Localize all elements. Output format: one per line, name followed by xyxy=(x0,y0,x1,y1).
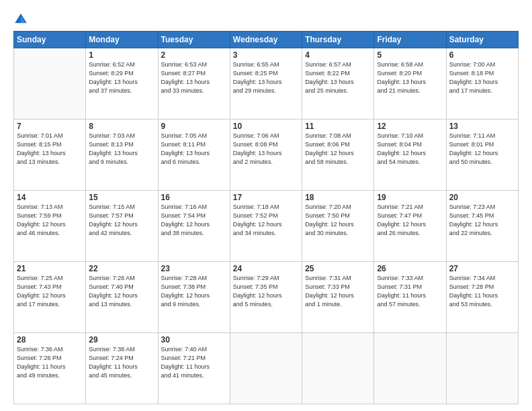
day-number: 8 xyxy=(89,122,154,131)
day-info: Sunrise: 7:40 AM Sunset: 7:21 PM Dayligh… xyxy=(161,345,227,380)
day-info: Sunrise: 7:20 AM Sunset: 7:50 PM Dayligh… xyxy=(305,203,371,238)
day-info: Sunrise: 7:36 AM Sunset: 7:26 PM Dayligh… xyxy=(17,345,83,380)
day-number: 4 xyxy=(305,50,371,60)
day-info: Sunrise: 7:34 AM Sunset: 7:28 PM Dayligh… xyxy=(449,274,515,309)
day-info: Sunrise: 7:15 AM Sunset: 7:57 PM Dayligh… xyxy=(89,203,154,238)
day-cell: 29Sunrise: 7:38 AM Sunset: 7:24 PM Dayli… xyxy=(86,333,158,404)
day-number: 26 xyxy=(377,264,443,273)
day-number: 28 xyxy=(17,335,83,345)
day-cell: 17Sunrise: 7:18 AM Sunset: 7:52 PM Dayli… xyxy=(230,191,302,262)
day-number: 15 xyxy=(89,193,154,202)
day-cell: 11Sunrise: 7:08 AM Sunset: 8:06 PM Dayli… xyxy=(302,120,374,191)
day-cell: 8Sunrise: 7:03 AM Sunset: 8:13 PM Daylig… xyxy=(86,120,158,191)
col-header-thursday: Thursday xyxy=(302,32,374,48)
day-cell: 16Sunrise: 7:16 AM Sunset: 7:54 PM Dayli… xyxy=(158,191,230,262)
day-cell: 9Sunrise: 7:05 AM Sunset: 8:11 PM Daylig… xyxy=(158,120,230,191)
day-info: Sunrise: 7:29 AM Sunset: 7:35 PM Dayligh… xyxy=(233,274,299,309)
col-header-friday: Friday xyxy=(374,32,446,48)
week-row-1: 1Sunrise: 6:52 AM Sunset: 8:29 PM Daylig… xyxy=(14,48,519,120)
header xyxy=(13,12,519,27)
day-number: 29 xyxy=(89,335,154,345)
day-info: Sunrise: 6:58 AM Sunset: 8:20 PM Dayligh… xyxy=(377,60,443,95)
day-cell xyxy=(446,333,518,404)
day-info: Sunrise: 7:38 AM Sunset: 7:24 PM Dayligh… xyxy=(89,345,154,380)
day-cell xyxy=(374,333,446,404)
day-cell: 23Sunrise: 7:28 AM Sunset: 7:38 PM Dayli… xyxy=(158,262,230,333)
week-row-5: 28Sunrise: 7:36 AM Sunset: 7:26 PM Dayli… xyxy=(14,333,519,404)
day-info: Sunrise: 7:13 AM Sunset: 7:59 PM Dayligh… xyxy=(17,203,83,238)
day-info: Sunrise: 6:57 AM Sunset: 8:22 PM Dayligh… xyxy=(305,60,371,95)
day-info: Sunrise: 7:00 AM Sunset: 8:18 PM Dayligh… xyxy=(449,60,515,95)
day-cell: 24Sunrise: 7:29 AM Sunset: 7:35 PM Dayli… xyxy=(230,262,302,333)
day-number: 2 xyxy=(161,50,227,60)
week-row-4: 21Sunrise: 7:25 AM Sunset: 7:43 PM Dayli… xyxy=(14,262,519,333)
day-info: Sunrise: 6:55 AM Sunset: 8:25 PM Dayligh… xyxy=(233,60,299,95)
day-number: 1 xyxy=(89,50,154,60)
day-cell: 2Sunrise: 6:53 AM Sunset: 8:27 PM Daylig… xyxy=(158,48,230,120)
day-info: Sunrise: 7:18 AM Sunset: 7:52 PM Dayligh… xyxy=(233,203,299,238)
col-header-saturday: Saturday xyxy=(446,32,518,48)
day-cell: 28Sunrise: 7:36 AM Sunset: 7:26 PM Dayli… xyxy=(14,333,86,404)
logo xyxy=(13,12,30,27)
day-number: 22 xyxy=(89,264,154,273)
day-info: Sunrise: 7:26 AM Sunset: 7:40 PM Dayligh… xyxy=(89,274,154,309)
day-cell: 1Sunrise: 6:52 AM Sunset: 8:29 PM Daylig… xyxy=(86,48,158,120)
col-header-wednesday: Wednesday xyxy=(230,32,302,48)
day-number: 21 xyxy=(17,264,83,273)
day-cell: 22Sunrise: 7:26 AM Sunset: 7:40 PM Dayli… xyxy=(86,262,158,333)
day-number: 19 xyxy=(377,193,443,202)
day-cell: 14Sunrise: 7:13 AM Sunset: 7:59 PM Dayli… xyxy=(14,191,86,262)
day-number: 11 xyxy=(305,122,371,131)
week-row-3: 14Sunrise: 7:13 AM Sunset: 7:59 PM Dayli… xyxy=(14,191,519,262)
day-cell: 18Sunrise: 7:20 AM Sunset: 7:50 PM Dayli… xyxy=(302,191,374,262)
day-number: 18 xyxy=(305,193,371,202)
day-number: 6 xyxy=(449,50,515,60)
day-cell xyxy=(302,333,374,404)
day-info: Sunrise: 7:28 AM Sunset: 7:38 PM Dayligh… xyxy=(161,274,227,309)
day-info: Sunrise: 6:52 AM Sunset: 8:29 PM Dayligh… xyxy=(89,60,154,95)
day-cell: 13Sunrise: 7:11 AM Sunset: 8:01 PM Dayli… xyxy=(446,120,518,191)
day-cell: 7Sunrise: 7:01 AM Sunset: 8:15 PM Daylig… xyxy=(14,120,86,191)
day-info: Sunrise: 7:31 AM Sunset: 7:33 PM Dayligh… xyxy=(305,274,371,309)
page: SundayMondayTuesdayWednesdayThursdayFrid… xyxy=(0,0,532,411)
day-number: 17 xyxy=(233,193,299,202)
day-cell: 26Sunrise: 7:33 AM Sunset: 7:31 PM Dayli… xyxy=(374,262,446,333)
calendar-table: SundayMondayTuesdayWednesdayThursdayFrid… xyxy=(13,31,519,404)
day-info: Sunrise: 7:10 AM Sunset: 8:04 PM Dayligh… xyxy=(377,132,443,167)
day-cell: 21Sunrise: 7:25 AM Sunset: 7:43 PM Dayli… xyxy=(14,262,86,333)
day-cell xyxy=(14,48,86,120)
day-info: Sunrise: 7:06 AM Sunset: 8:08 PM Dayligh… xyxy=(233,132,299,167)
day-number: 13 xyxy=(449,122,515,131)
day-cell: 30Sunrise: 7:40 AM Sunset: 7:21 PM Dayli… xyxy=(158,333,230,404)
day-info: Sunrise: 7:33 AM Sunset: 7:31 PM Dayligh… xyxy=(377,274,443,309)
day-cell: 15Sunrise: 7:15 AM Sunset: 7:57 PM Dayli… xyxy=(86,191,158,262)
day-cell: 25Sunrise: 7:31 AM Sunset: 7:33 PM Dayli… xyxy=(302,262,374,333)
day-number: 25 xyxy=(305,264,371,273)
day-number: 7 xyxy=(17,122,83,131)
day-info: Sunrise: 7:23 AM Sunset: 7:45 PM Dayligh… xyxy=(449,203,515,238)
day-number: 9 xyxy=(161,122,227,131)
day-info: Sunrise: 6:53 AM Sunset: 8:27 PM Dayligh… xyxy=(161,60,227,95)
day-info: Sunrise: 7:08 AM Sunset: 8:06 PM Dayligh… xyxy=(305,132,371,167)
day-number: 5 xyxy=(377,50,443,60)
day-info: Sunrise: 7:05 AM Sunset: 8:11 PM Dayligh… xyxy=(161,132,227,167)
day-cell: 3Sunrise: 6:55 AM Sunset: 8:25 PM Daylig… xyxy=(230,48,302,120)
day-info: Sunrise: 7:21 AM Sunset: 7:47 PM Dayligh… xyxy=(377,203,443,238)
day-cell: 5Sunrise: 6:58 AM Sunset: 8:20 PM Daylig… xyxy=(374,48,446,120)
day-info: Sunrise: 7:01 AM Sunset: 8:15 PM Dayligh… xyxy=(17,132,83,167)
day-cell: 20Sunrise: 7:23 AM Sunset: 7:45 PM Dayli… xyxy=(446,191,518,262)
day-cell: 6Sunrise: 7:00 AM Sunset: 8:18 PM Daylig… xyxy=(446,48,518,120)
week-row-2: 7Sunrise: 7:01 AM Sunset: 8:15 PM Daylig… xyxy=(14,120,519,191)
day-info: Sunrise: 7:11 AM Sunset: 8:01 PM Dayligh… xyxy=(449,132,515,167)
day-number: 30 xyxy=(161,335,227,345)
day-cell: 12Sunrise: 7:10 AM Sunset: 8:04 PM Dayli… xyxy=(374,120,446,191)
col-header-tuesday: Tuesday xyxy=(158,32,230,48)
day-number: 10 xyxy=(233,122,299,131)
day-number: 27 xyxy=(449,264,515,273)
day-number: 12 xyxy=(377,122,443,131)
day-number: 24 xyxy=(233,264,299,273)
day-cell: 10Sunrise: 7:06 AM Sunset: 8:08 PM Dayli… xyxy=(230,120,302,191)
day-cell: 19Sunrise: 7:21 AM Sunset: 7:47 PM Dayli… xyxy=(374,191,446,262)
day-cell xyxy=(230,333,302,404)
day-number: 3 xyxy=(233,50,299,60)
